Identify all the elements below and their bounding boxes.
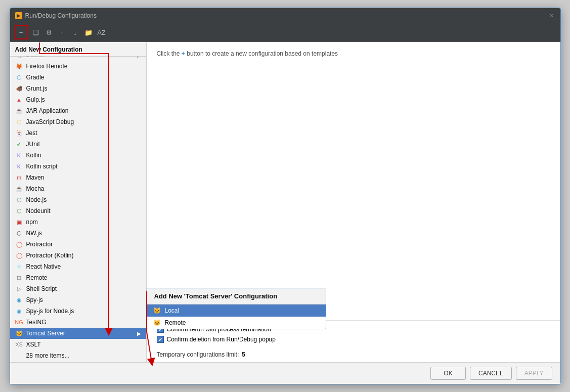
sort-button[interactable]: AZ	[96, 27, 107, 38]
sidebar-header: Add New Configuration	[10, 42, 146, 57]
sidebar-item-remote[interactable]: ⊡Remote	[10, 272, 146, 283]
tomcat-server-label: Tomcat Server	[26, 330, 134, 337]
submenu-title: Add New 'Tomcat Server' Configuration	[147, 288, 326, 304]
sidebar-item-maven[interactable]: mMaven	[10, 172, 146, 183]
submenu-local-icon: 🐱	[153, 307, 161, 314]
maven-icon: m	[15, 173, 23, 182]
submenu-local-label: Local	[165, 307, 180, 314]
apply-button[interactable]: APPLY	[516, 367, 552, 380]
tomcat-server-arrow: ▶	[137, 331, 141, 336]
shell-script-label: Shell Script	[26, 285, 141, 292]
jest-icon: 🃏	[15, 129, 23, 137]
nwjs-label: NW.js	[26, 230, 141, 237]
sidebar-item-jar-application[interactable]: ☕JAR Application	[10, 105, 146, 116]
temp-limit-value: 5	[242, 351, 245, 358]
more-items-label: 28 more items...	[26, 352, 141, 359]
spy-js-icon: ◉	[15, 296, 23, 304]
sidebar-item-gruntjs[interactable]: 🐗Grunt.js	[10, 83, 146, 94]
spy-js-label: Spy-js	[26, 296, 141, 303]
sidebar-item-xslt[interactable]: XSXSLT	[10, 339, 146, 350]
firefox-remote-label: Firefox Remote	[26, 63, 141, 70]
move-down-button[interactable]: ↓	[70, 27, 81, 38]
protractor-icon: ◯	[15, 240, 23, 248]
jar-application-label: JAR Application	[26, 107, 141, 114]
sidebar: Add New Configuration 🔗Attach to Node.js…	[10, 42, 147, 362]
npm-icon: ▣	[15, 218, 23, 226]
tomcat-server-icon: 🐱	[15, 329, 23, 337]
sidebar-item-more-items[interactable]: ·28 more items...	[10, 350, 146, 361]
sidebar-item-protractor[interactable]: ◯Protractor	[10, 239, 146, 250]
sidebar-item-spy-js-nodejs[interactable]: ◉Spy-js for Node.js	[10, 306, 146, 317]
spy-js-nodejs-label: Spy-js for Node.js	[26, 308, 141, 315]
submenu-remote-label: Remote	[165, 319, 186, 326]
docker-arrow: ▶	[137, 57, 141, 58]
spy-js-nodejs-icon: ◉	[15, 307, 23, 315]
sidebar-item-nodeunit[interactable]: ⬡Nodeunit	[10, 205, 146, 216]
settings-button[interactable]: ⚙	[43, 27, 55, 38]
submenu-item-remote[interactable]: 🐱Remote	[147, 317, 326, 329]
kotlin-label: Kotlin	[26, 152, 141, 159]
protractor-label: Protractor	[26, 241, 141, 248]
copy-button[interactable]: ❑	[30, 27, 41, 38]
jest-label: Jest	[26, 129, 141, 137]
more-items-icon: ·	[15, 352, 23, 360]
submenu-item-local[interactable]: 🐱Local	[147, 304, 326, 317]
sidebar-item-gulpjs[interactable]: ▲Gulp.js	[10, 94, 146, 105]
close-button[interactable]: ×	[548, 12, 555, 19]
sidebar-item-npm[interactable]: ▣npm	[10, 216, 146, 228]
mocha-label: Mocha	[26, 185, 141, 192]
docker-icon: 🐳	[15, 57, 23, 59]
npm-label: npm	[26, 219, 141, 226]
javascript-debug-label: JavaScript Debug	[26, 118, 141, 125]
sidebar-item-shell-script[interactable]: ▷Shell Script	[10, 283, 146, 294]
react-native-icon: ⚛	[15, 263, 23, 271]
checkbox-deletion-label: Confirm deletion from Run/Debug popup	[167, 336, 276, 343]
javascript-debug-icon: ⬡	[15, 118, 23, 126]
sidebar-item-javascript-debug[interactable]: ⬡JavaScript Debug	[10, 116, 146, 127]
toolbar: + ❑ ⚙ ↑ ↓ 📁 AZ	[10, 23, 560, 42]
protractor-kotlin-icon: ◯	[15, 251, 23, 259]
docker-label: Docker	[26, 57, 134, 59]
sidebar-item-nwjs[interactable]: ⬡NW.js	[10, 228, 146, 239]
sidebar-item-kotlin-script[interactable]: KKotlin script	[10, 161, 146, 172]
sidebar-item-gradle[interactable]: ⬡Gradle	[10, 72, 146, 83]
title-bar-left: ▶ Run/Debug Configurations	[15, 12, 97, 19]
ok-button[interactable]: OK	[430, 367, 466, 380]
sidebar-item-docker[interactable]: 🐳Docker▶	[10, 57, 146, 61]
sidebar-item-protractor-kotlin[interactable]: ◯Protractor (Kotlin)	[10, 250, 146, 261]
sidebar-item-spy-js[interactable]: ◉Spy-js	[10, 294, 146, 306]
nodejs-icon: ⬡	[15, 196, 23, 204]
app-icon: ▶	[15, 12, 22, 19]
gradle-label: Gradle	[26, 74, 141, 81]
temp-limit-area: Temporary configurations limit: 5	[147, 348, 560, 362]
sidebar-item-testng[interactable]: NGTestNG	[10, 317, 146, 328]
sidebar-item-mocha[interactable]: ☕Mocha	[10, 183, 146, 194]
add-config-button[interactable]: +	[16, 27, 27, 38]
xslt-icon: XS	[15, 340, 23, 349]
testng-label: TestNG	[26, 319, 141, 326]
sidebar-item-junit[interactable]: ✔JUnit	[10, 139, 146, 150]
cancel-button[interactable]: CANCEL	[470, 367, 512, 380]
jar-application-icon: ☕	[15, 107, 23, 115]
folder-button[interactable]: 📁	[83, 27, 94, 38]
remote-icon: ⊡	[15, 274, 23, 282]
dialog-title: Run/Debug Configurations	[25, 12, 97, 19]
remote-label: Remote	[26, 274, 141, 281]
temp-limit-label: Temporary configurations limit:	[157, 351, 239, 358]
sidebar-item-kotlin[interactable]: KKotlin	[10, 150, 146, 161]
title-bar: ▶ Run/Debug Configurations ×	[10, 8, 560, 23]
sidebar-item-react-native[interactable]: ⚛React Native	[10, 261, 146, 272]
sidebar-item-jest[interactable]: 🃏Jest	[10, 127, 146, 139]
gruntjs-icon: 🐗	[15, 84, 23, 93]
hint-plus-icon: +	[182, 50, 185, 57]
sidebar-item-tomcat-server[interactable]: 🐱Tomcat Server▶	[10, 328, 146, 339]
testng-icon: NG	[15, 318, 23, 326]
maven-label: Maven	[26, 174, 141, 181]
run-debug-configurations-dialog: ▶ Run/Debug Configurations × + ❑ ⚙ ↑ ↓ 📁…	[10, 8, 561, 384]
sidebar-list: 🔗Attach to Node.js/Chrome◈Compound🥒Cucum…	[10, 57, 146, 362]
kotlin-script-icon: K	[15, 162, 23, 170]
checkbox-deletion[interactable]	[157, 336, 164, 343]
move-up-button[interactable]: ↑	[57, 27, 68, 38]
sidebar-item-nodejs[interactable]: ⬡Node.js	[10, 194, 146, 205]
sidebar-item-firefox-remote[interactable]: 🦊Firefox Remote	[10, 61, 146, 72]
